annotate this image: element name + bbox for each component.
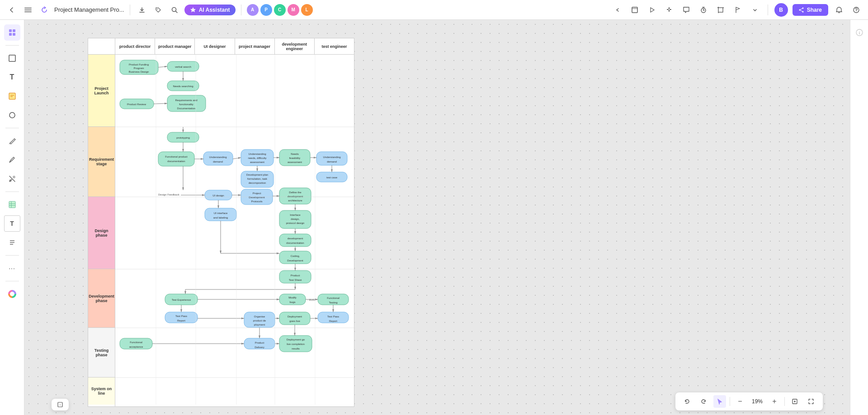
avatar-3: C	[274, 4, 286, 16]
svg-rect-65	[203, 152, 233, 165]
info-button[interactable]: i	[851, 24, 868, 41]
header-empty	[88, 38, 115, 54]
sparkle-button[interactable]	[663, 4, 675, 16]
svg-text:Product: Product	[291, 274, 300, 277]
svg-rect-25	[9, 33, 12, 36]
user-avatar[interactable]: B	[774, 3, 788, 17]
svg-text:Report: Report	[177, 319, 185, 322]
comment-button[interactable]	[680, 4, 693, 16]
svg-text:and labeling: and labeling	[213, 216, 228, 219]
crop-button[interactable]	[714, 4, 727, 16]
right-sidebar: i	[850, 20, 868, 415]
svg-rect-113	[279, 234, 311, 247]
flag-button[interactable]	[731, 4, 744, 16]
svg-text:+: +	[59, 403, 61, 406]
svg-rect-106	[205, 208, 236, 221]
svg-text:Program: Program	[133, 67, 144, 70]
back-button[interactable]	[5, 4, 18, 16]
theme-tool[interactable]	[4, 286, 20, 302]
shape-tool[interactable]	[4, 107, 20, 123]
page-indicator: +	[52, 399, 69, 410]
svg-text:Product Review: Product Review	[127, 103, 146, 106]
cursor-tool[interactable]	[713, 395, 726, 408]
zoom-level: 19%	[750, 398, 764, 405]
svg-text:Understanding: Understanding	[209, 156, 226, 159]
svg-rect-24	[13, 29, 15, 32]
svg-rect-76	[316, 152, 347, 165]
frame-tool[interactable]	[4, 50, 20, 66]
help-button[interactable]	[850, 4, 863, 16]
add-frame-button[interactable]	[628, 4, 641, 16]
svg-text:Modify: Modify	[288, 296, 297, 299]
diagram-container: product director product manager UI desi…	[88, 38, 354, 407]
diagram-svg-area: Product Funding Program Business Design …	[115, 55, 355, 406]
document-title: Project Management Pro...	[54, 6, 124, 13]
table-tool[interactable]	[4, 196, 20, 213]
home-tool[interactable]	[4, 24, 20, 41]
redo-button[interactable]	[697, 395, 710, 408]
col-header-test-engineer: test engineer	[315, 38, 354, 54]
zoom-in-button[interactable]: +	[768, 395, 781, 408]
svg-text:Coding,: Coding,	[291, 255, 300, 257]
svg-text:Functional: Functional	[130, 341, 142, 344]
col-header-product-director: product director	[115, 38, 155, 54]
list-tool[interactable]	[4, 234, 20, 251]
collapse-panel-button[interactable]	[611, 4, 624, 16]
pen-tool[interactable]	[4, 133, 20, 149]
svg-text:prototyping: prototyping	[176, 136, 190, 139]
svg-text:bugs: bugs	[289, 301, 295, 303]
svg-text:documentation: documentation	[167, 160, 185, 163]
timer-button[interactable]	[697, 4, 710, 16]
fullscreen-button[interactable]	[805, 395, 817, 408]
svg-text:Requirements and: Requirements and	[175, 99, 197, 102]
svg-text:needs, difficulty: needs, difficulty	[248, 157, 266, 159]
svg-text:Product: Product	[255, 341, 264, 344]
zoom-out-button[interactable]: −	[734, 395, 746, 408]
bottom-toolbar: − 19% +	[675, 392, 823, 410]
svg-text:results: results	[292, 347, 300, 350]
row-requirement: Requirementstage	[88, 127, 115, 197]
svg-text:product de: product de	[253, 319, 266, 322]
ai-assistant-button[interactable]: AI Assistant	[184, 5, 236, 15]
undo-button[interactable]	[681, 395, 693, 408]
svg-rect-2	[24, 11, 32, 12]
svg-text:acceptance: acceptance	[129, 345, 143, 348]
text2-tool[interactable]: T	[4, 215, 20, 232]
play-button[interactable]	[646, 4, 658, 16]
chevron-down-button[interactable]	[749, 4, 761, 16]
svg-text:- BUG -: - BUG -	[307, 298, 316, 301]
search-button[interactable]	[168, 4, 181, 16]
svg-text:Report: Report	[329, 320, 337, 322]
svg-marker-6	[190, 7, 196, 12]
tag-button[interactable]	[152, 4, 165, 16]
svg-text:assessment: assessment	[288, 161, 302, 163]
svg-point-33	[13, 176, 15, 178]
svg-rect-23	[9, 29, 12, 32]
svg-text:Development: Development	[287, 259, 303, 262]
svg-text:Deployment go: Deployment go	[287, 338, 305, 341]
svg-rect-1	[24, 9, 32, 10]
svg-line-5	[175, 11, 177, 13]
more-tool[interactable]: ···	[4, 260, 20, 276]
download-button[interactable]	[136, 4, 148, 16]
row-system: System online	[88, 378, 115, 405]
main-area: T T ···	[0, 20, 868, 415]
bell-button[interactable]	[833, 4, 845, 16]
canvas-area[interactable]: product director product manager UI desi…	[24, 20, 850, 415]
sync-button[interactable]	[38, 4, 51, 16]
svg-text:Development: Development	[249, 196, 265, 199]
svg-text:Business Design: Business Design	[129, 70, 149, 73]
share-button[interactable]: Share	[793, 4, 828, 16]
cut-tool[interactable]	[4, 171, 20, 187]
menu-button[interactable]	[22, 4, 34, 16]
text-tool[interactable]: T	[4, 69, 20, 85]
fit-screen-button[interactable]	[788, 395, 801, 408]
row-project-launch: ProjectLaunch	[88, 55, 115, 127]
pencil-tool[interactable]	[4, 152, 20, 168]
svg-text:Test Experience: Test Experience	[172, 298, 191, 301]
svg-text:ployment: ployment	[254, 323, 265, 326]
svg-text:goes live: goes live	[289, 320, 300, 322]
sticky-tool[interactable]	[4, 88, 20, 104]
avatar-4: M	[288, 4, 299, 16]
svg-text:verbal search: verbal search	[175, 65, 191, 68]
